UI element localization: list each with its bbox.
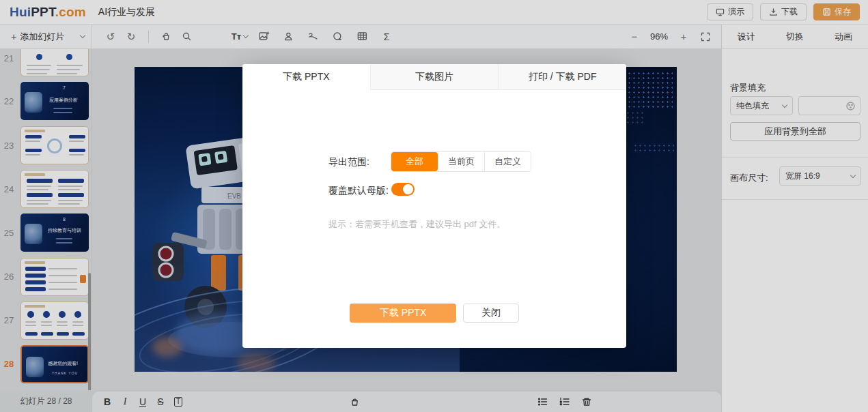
- dialog-tab-image[interactable]: 下载图片: [370, 64, 499, 90]
- export-range-segmented: 全部 当前页 自定义: [391, 151, 531, 172]
- export-dialog: 下载 PPTX 下载图片 打印 / 下载 PDF 导出范围: 全部 当前页 自定…: [242, 64, 626, 348]
- toggle-knob: [403, 184, 413, 194]
- range-option-custom[interactable]: 自定义: [484, 152, 531, 171]
- range-option-all[interactable]: 全部: [391, 152, 438, 171]
- dialog-tab-pdf[interactable]: 打印 / 下载 PDF: [498, 64, 626, 90]
- export-range-label: 导出范围:: [328, 156, 369, 168]
- override-master-toggle[interactable]: [391, 183, 415, 196]
- dialog-close-button[interactable]: 关闭: [463, 304, 519, 323]
- override-master-label: 覆盖默认母版:: [328, 185, 389, 197]
- range-option-current[interactable]: 当前页: [438, 152, 484, 171]
- dialog-download-pptx-button[interactable]: 下载 PPTX: [350, 304, 456, 323]
- dialog-tab-pptx[interactable]: 下载 PPTX: [242, 64, 370, 90]
- export-hint: 提示：若需要手机查看，建议导出 pdf 文件。: [328, 218, 505, 231]
